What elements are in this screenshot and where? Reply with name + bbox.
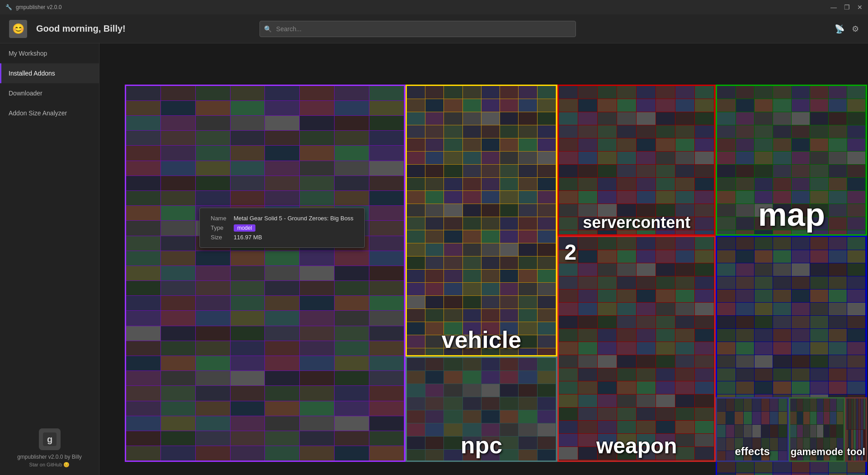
tooltip-name-value: Metal Gear Solid 5 - Ground Zeroes: Big …: [230, 214, 357, 223]
addon-tooltip: Name Metal Gear Solid 5 - Ground Zeroes:…: [199, 208, 365, 248]
treemap-cell-effects[interactable]: effects: [716, 397, 789, 462]
sidebar: My Workshop Installed Addons Downloader …: [0, 43, 99, 475]
sidebar-item-label: Downloader: [9, 90, 42, 97]
sidebar-item-installed-addons[interactable]: Installed Addons: [0, 63, 99, 83]
search-bar: 🔍: [259, 21, 576, 37]
sidebar-star[interactable]: Star on GitHub 😊: [29, 462, 70, 468]
treemap-label-tool: tool: [845, 443, 867, 461]
treemap-label-effects: effects: [731, 442, 773, 461]
treemap-label-npc: npc: [457, 430, 506, 461]
avatar: 😊: [9, 20, 27, 38]
treemap-cell-npc[interactable]: npc: [406, 356, 558, 462]
sidebar-item-label: My Workshop: [9, 50, 47, 57]
sidebar-item-downloader[interactable]: Downloader: [0, 83, 99, 103]
sidebar-item-my-workshop[interactable]: My Workshop: [0, 43, 99, 63]
treemap-label-map: map: [755, 195, 829, 234]
titlebar-title: gmpublisher v2.0.0: [16, 4, 61, 10]
tooltip-type-label: Type: [207, 223, 230, 233]
titlebar-left: 🔧 gmpublisher v2.0.0: [5, 4, 61, 10]
treemap-cell-vehicle[interactable]: vehicle: [406, 85, 558, 356]
header: 😊 Good morning, Billy! 🔍 📡 ⚙: [0, 14, 868, 43]
titlebar-controls[interactable]: — ❐ ✕: [830, 4, 863, 11]
sidebar-logo: g: [39, 428, 61, 450]
app-icon: 🔧: [5, 4, 12, 10]
treemap-cell-model[interactable]: [125, 85, 406, 462]
search-icon: 🔍: [264, 25, 272, 33]
minimize-button[interactable]: —: [830, 4, 837, 11]
treemap-label-servercontent: servercontent: [579, 211, 694, 234]
treemap-cell-weapon[interactable]: weapon: [557, 236, 716, 462]
greeting: Good morning, Billy!: [36, 24, 126, 34]
tooltip-type-value: model: [230, 223, 357, 233]
treemap[interactable]: vehicleservercontentmapnpcweaponaddoneff…: [99, 43, 868, 475]
treemap-cell-servercontent[interactable]: servercontent: [557, 85, 716, 236]
treemap-label-gamemode: gamemode: [789, 443, 845, 461]
sidebar-bottom: g gmpublisher v2.0.0 by Billy Star on Gi…: [0, 421, 99, 475]
tooltip-name-label: Name: [207, 214, 230, 223]
content: vehicleservercontentmapnpcweaponaddoneff…: [99, 43, 868, 475]
svg-text:g: g: [47, 434, 52, 444]
treemap-label-weapon: weapon: [593, 432, 681, 461]
main: My Workshop Installed Addons Downloader …: [0, 43, 868, 475]
sidebar-item-label: Installed Addons: [9, 70, 55, 77]
treemap-label-vehicle: vehicle: [438, 324, 525, 355]
rss-icon[interactable]: 📡: [835, 24, 844, 34]
header-icons: 📡 ⚙: [835, 24, 859, 34]
tooltip-size-label: Size: [207, 233, 230, 242]
treemap-cell-tool[interactable]: tool: [845, 397, 867, 462]
treemap-cell-map[interactable]: map: [716, 85, 867, 236]
tooltip-size-value: 116.97 MB: [230, 233, 357, 242]
titlebar: 🔧 gmpublisher v2.0.0 — ❐ ✕: [0, 0, 868, 14]
search-input[interactable]: [259, 21, 576, 37]
sidebar-item-addon-size-analyzer[interactable]: Addon Size Analyzer: [0, 103, 99, 123]
close-button[interactable]: ✕: [857, 4, 863, 11]
sidebar-item-label: Addon Size Analyzer: [9, 109, 67, 117]
maximize-button[interactable]: ❐: [844, 4, 850, 11]
sidebar-app-name: gmpublisher v2.0.0 by Billy: [17, 454, 82, 460]
settings-icon[interactable]: ⚙: [852, 24, 859, 34]
treemap-cell-gamemode[interactable]: gamemode: [789, 397, 845, 462]
